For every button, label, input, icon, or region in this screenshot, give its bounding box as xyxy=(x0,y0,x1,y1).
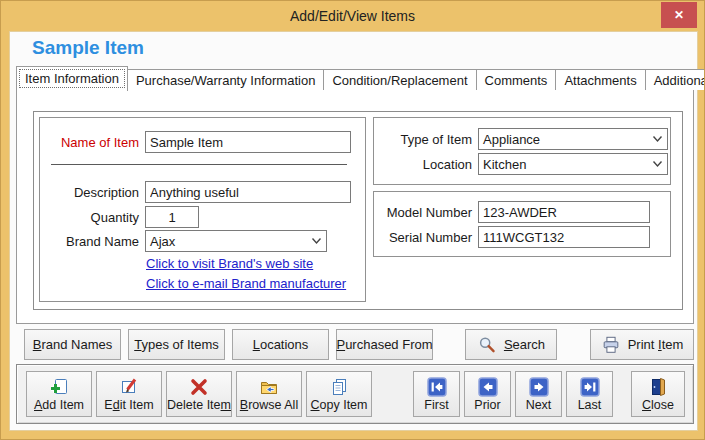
titlebar[interactable]: Add/Edit/View Items ✕ xyxy=(1,1,704,31)
tab-additional-data[interactable]: Additional Data xyxy=(646,69,705,90)
form-container: Name of Item Description Quantity Brand … xyxy=(33,111,683,310)
tab-item-information[interactable]: Item Information xyxy=(16,66,128,91)
first-record-icon xyxy=(427,377,447,397)
type-of-item-select[interactable]: Appliance xyxy=(478,128,668,150)
prior-record-icon xyxy=(478,377,498,397)
close-dialog-button[interactable]: Close xyxy=(631,371,685,417)
quantity-label: Quantity xyxy=(43,210,139,225)
types-of-items-button[interactable]: Types of Items xyxy=(128,329,225,360)
brand-name-value: Ajax xyxy=(150,234,175,249)
tab-comments[interactable]: Comments xyxy=(477,69,557,90)
brand-name-select[interactable]: Ajax xyxy=(145,230,327,252)
dialog-body: Sample Item Item Information Purchase/Wa… xyxy=(9,31,698,431)
location-label: Location xyxy=(376,157,472,172)
printer-icon xyxy=(601,335,621,355)
item-name-heading: Sample Item xyxy=(32,37,144,59)
left-form-panel: Name of Item Description Quantity Brand … xyxy=(39,117,366,302)
tab-purchase-warranty-information[interactable]: Purchase/Warranty Information xyxy=(128,69,324,90)
browse-all-button[interactable]: Browse All xyxy=(236,371,302,417)
model-serial-panel: Model Number Serial Number xyxy=(373,191,671,257)
delete-item-button[interactable]: Delete Item xyxy=(166,371,232,417)
description-label: Description xyxy=(43,185,139,200)
record-nav-group: First Prior Next xyxy=(413,371,617,417)
section-divider xyxy=(51,164,347,165)
brand-email-link[interactable]: Click to e-mail Brand manufacturer xyxy=(146,276,346,291)
prior-record-button[interactable]: Prior xyxy=(464,371,511,417)
tab-condition-replacement[interactable]: Condition/Replacement xyxy=(324,69,476,90)
delete-x-icon xyxy=(189,377,209,397)
name-of-item-label: Name of Item xyxy=(43,135,139,150)
record-toolbar: Add Item Edit Item Delete Item xyxy=(16,364,694,424)
close-group: Close xyxy=(631,371,685,417)
last-record-icon xyxy=(580,377,600,397)
type-of-item-label: Type of Item xyxy=(376,132,472,147)
exit-door-icon xyxy=(648,377,668,397)
locations-button[interactable]: Locations xyxy=(232,329,329,360)
chevron-down-icon xyxy=(652,135,663,143)
name-of-item-input[interactable] xyxy=(145,131,351,153)
type-location-panel: Type of Item Appliance Location Kitchen xyxy=(373,117,671,185)
window-title: Add/Edit/View Items xyxy=(290,8,415,24)
location-select[interactable]: Kitchen xyxy=(478,153,668,175)
model-number-label: Model Number xyxy=(376,205,472,220)
first-record-button[interactable]: First xyxy=(413,371,460,417)
tab-strip: Item Information Purchase/Warranty Infor… xyxy=(16,65,694,90)
brand-website-link[interactable]: Click to visit Brand's web site xyxy=(146,256,313,271)
type-of-item-value: Appliance xyxy=(483,132,540,147)
model-number-input[interactable] xyxy=(478,201,650,223)
next-record-button[interactable]: Next xyxy=(515,371,562,417)
brand-names-button[interactable]: Brand Names xyxy=(24,329,121,360)
action-button-row: Brand Names Types of Items Locations Pur… xyxy=(16,329,694,360)
dialog-window: Add/Edit/View Items ✕ Sample Item Item I… xyxy=(0,0,705,440)
serial-number-label: Serial Number xyxy=(376,230,472,245)
next-record-icon xyxy=(529,377,549,397)
search-button[interactable]: Search xyxy=(465,329,557,360)
description-input[interactable] xyxy=(145,181,351,203)
chevron-down-icon xyxy=(652,160,663,168)
purchased-from-button[interactable]: Purchased From xyxy=(336,329,433,360)
location-value: Kitchen xyxy=(483,157,526,172)
last-record-button[interactable]: Last xyxy=(566,371,613,417)
print-item-button[interactable]: Print Item xyxy=(590,329,694,360)
copy-pages-icon xyxy=(329,377,349,397)
browse-folder-icon xyxy=(259,377,279,397)
add-record-icon xyxy=(49,377,69,397)
chevron-down-icon xyxy=(311,237,322,245)
tab-page-item-information: Name of Item Description Quantity Brand … xyxy=(16,89,694,324)
brand-name-label: Brand Name xyxy=(43,234,139,249)
copy-item-button[interactable]: Copy Item xyxy=(306,371,372,417)
edit-pencil-icon xyxy=(119,377,139,397)
tab-attachments[interactable]: Attachments xyxy=(556,69,645,90)
close-icon: ✕ xyxy=(674,8,684,22)
window-close-button[interactable]: ✕ xyxy=(661,2,697,28)
add-item-button[interactable]: Add Item xyxy=(26,371,92,417)
search-icon xyxy=(477,335,497,355)
quantity-input[interactable] xyxy=(145,206,199,228)
edit-item-button[interactable]: Edit Item xyxy=(96,371,162,417)
serial-number-input[interactable] xyxy=(478,226,650,248)
